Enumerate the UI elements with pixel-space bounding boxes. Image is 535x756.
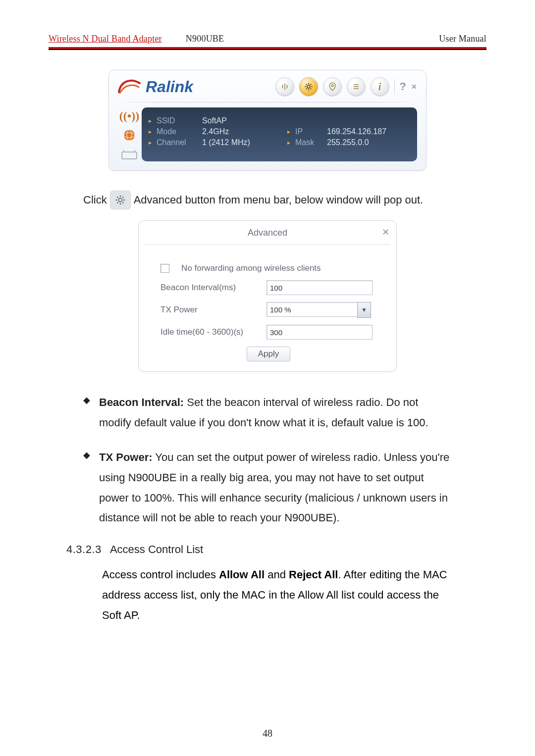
- txpower-bold: TX Power:: [99, 451, 153, 463]
- tx-power-value[interactable]: [267, 302, 357, 317]
- chevron-down-icon[interactable]: ▼: [357, 302, 371, 318]
- page-header: Wireless N Dual Band Adapter N900UBE Use…: [49, 34, 486, 46]
- beacon-interval-label: Beacon Interval(ms): [160, 283, 260, 293]
- label-ip: IP: [295, 127, 322, 136]
- dialog-title-bar: Advanced ✕: [139, 221, 396, 244]
- svg-line-7: [310, 84, 311, 85]
- help-icon[interactable]: ?: [400, 80, 406, 93]
- txpower-text2: will not be able to reach your N900UBE: [143, 511, 333, 524]
- apply-button[interactable]: Apply: [247, 347, 291, 361]
- svg-line-27: [117, 202, 118, 203]
- svg-line-26: [122, 197, 123, 198]
- bullet-txpower: ◆ TX Power: You can set the output power…: [83, 448, 452, 528]
- idle-time-label: Idle time(60 - 3600)(s): [160, 327, 260, 337]
- bullet-beacon: ◆ Beacon Interval: Set the beacon interv…: [83, 393, 452, 433]
- brand-name: Ralink: [146, 78, 193, 96]
- value-ssid: SoftAP: [202, 116, 227, 125]
- dialog-body: No forwarding among wireless clients Bea…: [139, 245, 396, 371]
- header-doc: User Manual: [439, 34, 486, 44]
- instruction-before: Click: [83, 194, 107, 206]
- antenna-icon[interactable]: [275, 77, 294, 96]
- bullet-icon: ▸: [149, 139, 152, 146]
- advanced-dialog: Advanced ✕ No forwarding among wireless …: [138, 220, 397, 372]
- svg-point-0: [307, 85, 310, 88]
- dialog-close-icon[interactable]: ✕: [382, 227, 389, 238]
- no-forwarding-checkbox[interactable]: [160, 264, 169, 273]
- bullet-icon: ▸: [149, 128, 152, 135]
- acl-t1: Access control includes: [102, 568, 219, 581]
- ralink-logo-icon: [118, 77, 141, 96]
- bullet-icon: ▸: [287, 139, 290, 146]
- diamond-bullet-icon: ◆: [83, 448, 90, 528]
- value-ip: 169.254.126.187: [327, 127, 386, 136]
- dialog-title: Advanced: [248, 228, 287, 238]
- diamond-bullet-icon: ◆: [83, 393, 90, 433]
- page-number: 48: [0, 728, 535, 739]
- bullet-icon: ▸: [149, 117, 152, 124]
- svg-point-19: [118, 198, 122, 202]
- svg-line-5: [306, 84, 307, 85]
- tx-power-select[interactable]: ▼: [267, 302, 371, 318]
- acl-b1: Allow All: [219, 568, 265, 581]
- section-heading: 4.3.2.3 Access Control List: [66, 543, 486, 556]
- svg-line-24: [117, 197, 118, 198]
- document-page: Wireless N Dual Band Adapter N900UBE Use…: [0, 0, 535, 756]
- status-panel: ▸SSIDSoftAP ▸Mode2.4GHz ▸Channel1 (2412 …: [142, 107, 417, 161]
- instruction-after: Advanced button from menu bar, below win…: [134, 194, 424, 206]
- acl-paragraph: Access control includes Allow All and Re…: [102, 565, 452, 625]
- header-blackbar: [49, 49, 486, 50]
- svg-line-8: [306, 89, 307, 90]
- label-ssid: SSID: [157, 116, 197, 125]
- beacon-bold: Beacon Interval:: [99, 396, 184, 408]
- map-pin-icon[interactable]: [323, 77, 342, 96]
- side-icon-column: ((•)): [117, 107, 142, 161]
- value-mode: 2.4GHz: [202, 127, 229, 136]
- section-title: Access Control List: [110, 543, 203, 555]
- bullet-icon: ▸: [287, 128, 290, 135]
- svg-rect-16: [122, 152, 137, 159]
- close-icon[interactable]: ✕: [411, 83, 417, 91]
- header-model: N900UBE: [186, 34, 224, 44]
- inline-gear-icon: [110, 191, 131, 209]
- beacon-interval-input[interactable]: [267, 280, 373, 295]
- brand: Ralink: [118, 77, 193, 96]
- ralink-header: Ralink i ? ✕: [109, 70, 426, 102]
- label-mask: Mask: [295, 138, 322, 147]
- svg-point-9: [331, 85, 333, 87]
- acl-b2: Reject All: [289, 568, 338, 581]
- body-text: ◆ Beacon Interval: Set the beacon interv…: [83, 393, 452, 528]
- keyboard-icon[interactable]: [121, 150, 137, 161]
- idle-time-input[interactable]: [267, 325, 373, 340]
- wifi-signal-icon[interactable]: ((•)): [119, 109, 139, 123]
- info-icon[interactable]: i: [371, 77, 389, 96]
- section-number: 4.3.2.3: [66, 543, 102, 555]
- tx-power-label: TX Power: [160, 305, 260, 315]
- ralink-panel: Ralink i ? ✕: [108, 70, 427, 171]
- acl-t2: and: [265, 568, 289, 581]
- value-mask: 255.255.0.0: [327, 138, 369, 147]
- list-icon[interactable]: [347, 77, 366, 96]
- instruction-line: Click Advanced button from menu bar, bel…: [83, 191, 486, 209]
- txpower-text3: ).: [333, 511, 339, 524]
- no-forwarding-label: No forwarding among wireless clients: [181, 263, 321, 273]
- menu-bar: i ? ✕: [275, 77, 417, 96]
- status-area: ((•)) ▸SSIDSoftAP ▸Mode2.4GHz ▸Channel1 …: [109, 102, 426, 170]
- svg-line-6: [310, 89, 311, 90]
- header-product: Wireless N Dual Band Adapter: [49, 34, 162, 44]
- value-channel: 1 (2412 MHz): [202, 138, 250, 147]
- globe-icon[interactable]: [122, 128, 137, 145]
- label-mode: Mode: [157, 127, 197, 136]
- svg-point-13: [124, 130, 135, 141]
- label-channel: Channel: [157, 138, 197, 147]
- menu-separator: [394, 79, 395, 94]
- gear-icon[interactable]: [299, 77, 318, 96]
- svg-line-25: [122, 202, 123, 203]
